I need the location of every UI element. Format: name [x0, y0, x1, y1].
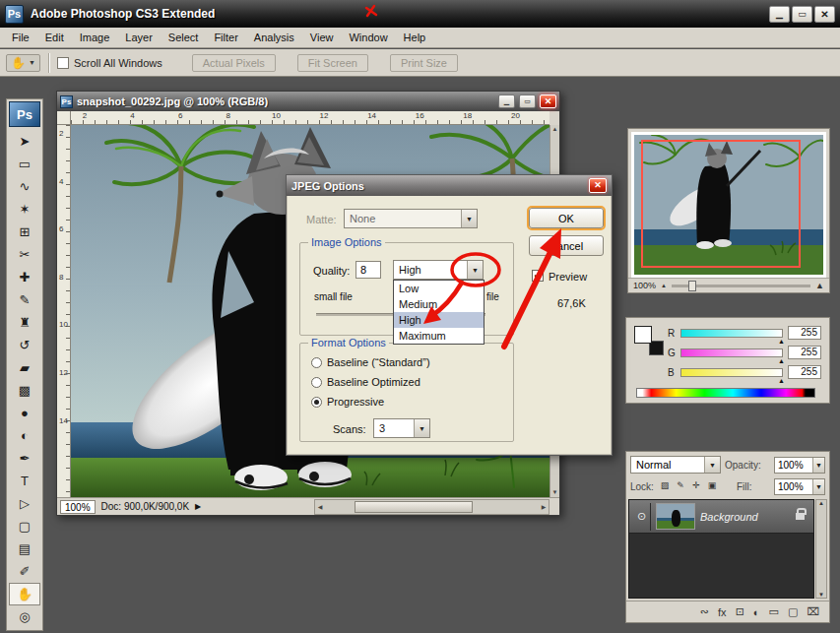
layer-group-icon[interactable]: ▭ [769, 605, 779, 618]
slider-thumb-icon[interactable]: ▲ [778, 338, 785, 345]
color-swatches[interactable] [634, 326, 664, 355]
zoom-level-field[interactable]: 100% [60, 500, 96, 514]
channel-value[interactable]: 255 [788, 326, 821, 340]
matte-select[interactable]: None ▼ [344, 209, 478, 228]
slider-thumb-icon[interactable]: ▲ [778, 377, 785, 384]
navigator-zoom-slider-thumb[interactable] [688, 281, 696, 291]
scroll-all-windows-checkbox[interactable] [57, 57, 69, 69]
print-size-button[interactable]: Print Size [390, 54, 458, 72]
zoom-tool[interactable]: ◎ [9, 605, 40, 628]
channel-value[interactable]: 255 [788, 365, 821, 379]
dialog-close-button[interactable]: ✕ [589, 178, 607, 193]
quality-option-medium[interactable]: Medium [394, 296, 484, 312]
foreground-color-swatch[interactable] [634, 326, 652, 344]
scroll-left-icon[interactable]: ◀ [315, 503, 325, 510]
lasso-tool[interactable]: ∿ [9, 175, 40, 198]
chevron-down-icon[interactable]: ▼ [461, 210, 477, 227]
zoom-out-icon[interactable]: ▲ [661, 283, 667, 288]
color-spectrum-ramp[interactable] [636, 388, 815, 398]
quality-option-low[interactable]: Low [394, 281, 484, 296]
chevron-down-icon[interactable]: ▼ [414, 419, 429, 437]
lock-position-icon[interactable]: ✛ [689, 479, 703, 493]
horizontal-scroll-track[interactable] [325, 500, 539, 514]
layer-row-background[interactable]: ⊙ Background [629, 500, 813, 534]
chevron-down-icon[interactable]: ▼ [467, 261, 483, 279]
type-tool[interactable]: T [9, 470, 40, 492]
scroll-right-icon[interactable]: ▶ [539, 503, 549, 510]
actual-pixels-button[interactable]: Actual Pixels [192, 54, 276, 72]
opacity-select[interactable]: 100% ▼ [774, 457, 825, 474]
channel-value[interactable]: 255 [788, 346, 821, 359]
document-title-bar[interactable]: Ps snapshot_00292.jpg @ 100% (RGB/8) ▁ ▭… [57, 92, 559, 111]
menu-item-view[interactable]: View [302, 30, 342, 45]
quality-option-high[interactable]: High [394, 312, 484, 328]
status-menu-arrow-icon[interactable]: ▶ [195, 502, 201, 511]
chevron-down-icon[interactable]: ▼ [812, 479, 824, 494]
pen-tool[interactable]: ✒ [9, 447, 40, 470]
gradient-tool[interactable]: ▩ [9, 379, 40, 402]
quick-selection-tool[interactable]: ✶ [9, 198, 40, 221]
channel-slider[interactable]: ▲ [680, 348, 783, 357]
blend-mode-select[interactable]: Normal ▼ [630, 456, 721, 474]
quality-input[interactable] [355, 261, 381, 279]
tool-preset-picker[interactable]: ✋ ▼ [6, 54, 40, 72]
fill-select[interactable]: 100% ▼ [774, 478, 825, 495]
minimize-button[interactable]: ▁ [769, 6, 790, 23]
dodge-tool[interactable]: ◐ [9, 424, 40, 447]
blur-tool[interactable]: ● [9, 402, 40, 424]
crop-tool[interactable]: ⊞ [9, 221, 40, 243]
hand-tool[interactable]: ✋ [9, 583, 40, 605]
layer-thumbnail[interactable] [656, 503, 695, 530]
menu-item-window[interactable]: Window [341, 30, 395, 45]
navigator-zoom-value[interactable]: 100% [633, 281, 656, 290]
path-selection-tool[interactable]: ▷ [9, 492, 40, 515]
notes-tool[interactable]: ▤ [9, 538, 40, 560]
scroll-up-icon[interactable]: ▲ [818, 500, 824, 506]
lock-all-icon[interactable]: ▣ [705, 479, 719, 493]
adjustment-layer-icon[interactable]: ◐ [753, 606, 760, 618]
layer-visibility-eye-icon[interactable]: ⊙ [633, 503, 651, 531]
layer-style-icon[interactable]: fx [718, 606, 727, 618]
menu-item-help[interactable]: Help [396, 30, 434, 45]
move-tool[interactable]: ➤ [9, 130, 40, 153]
chevron-down-icon[interactable]: ▼ [704, 457, 720, 473]
eraser-tool[interactable]: ▰ [9, 356, 40, 379]
document-close-button[interactable]: ✕ [540, 95, 556, 108]
lock-pixels-icon[interactable]: ✎ [674, 479, 687, 493]
horizontal-scrollbar[interactable]: ◀ ▶ [314, 499, 549, 515]
chevron-down-icon[interactable]: ▼ [812, 458, 824, 473]
horizontal-scroll-thumb[interactable] [355, 501, 472, 513]
menu-item-file[interactable]: File [4, 30, 37, 45]
lock-transparency-icon[interactable]: ▨ [658, 479, 672, 493]
zoom-in-icon[interactable]: ▲ [815, 281, 824, 290]
menu-item-image[interactable]: Image [72, 30, 118, 45]
clone-stamp-tool[interactable]: ♜ [9, 311, 40, 334]
shape-tool[interactable]: ▢ [9, 515, 40, 538]
radio-baseline-optimized[interactable]: Baseline Optimized [311, 375, 430, 389]
quality-option-maximum[interactable]: Maximum [394, 328, 484, 344]
history-brush-tool[interactable]: ↺ [9, 334, 40, 356]
preview-checkbox[interactable]: ✔ [532, 270, 544, 282]
radio-progressive[interactable]: Progressive [311, 395, 430, 409]
menu-item-edit[interactable]: Edit [37, 30, 72, 45]
channel-slider[interactable]: ▲ [680, 329, 783, 338]
fit-screen-button[interactable]: Fit Screen [297, 54, 368, 72]
slice-tool[interactable]: ✂ [9, 243, 40, 266]
dialog-title-bar[interactable]: JPEG Options ✕ [287, 175, 612, 196]
menu-item-filter[interactable]: Filter [206, 30, 245, 45]
healing-brush-tool[interactable]: ✚ [9, 266, 40, 288]
document-minimize-button[interactable]: ▁ [498, 95, 515, 108]
marquee-tool[interactable]: ▭ [9, 153, 40, 175]
close-button[interactable]: ✕ [814, 6, 835, 23]
scroll-down-icon[interactable]: ▼ [818, 592, 824, 598]
navigator-thumbnail[interactable] [631, 132, 826, 278]
eyedropper-tool[interactable]: ✐ [9, 560, 40, 583]
layers-scrollbar[interactable]: ▲ ▼ [815, 499, 827, 599]
cancel-button[interactable]: Cancel [529, 235, 604, 256]
restore-button[interactable]: ▭ [792, 6, 812, 23]
menu-item-select[interactable]: Select [161, 30, 207, 45]
document-restore-button[interactable]: ▭ [519, 95, 536, 108]
link-layers-icon[interactable]: ∾ [700, 605, 709, 618]
delete-layer-icon[interactable]: ⌧ [807, 605, 819, 618]
radio-baseline-standard-[interactable]: Baseline (“Standard”) [311, 355, 430, 369]
